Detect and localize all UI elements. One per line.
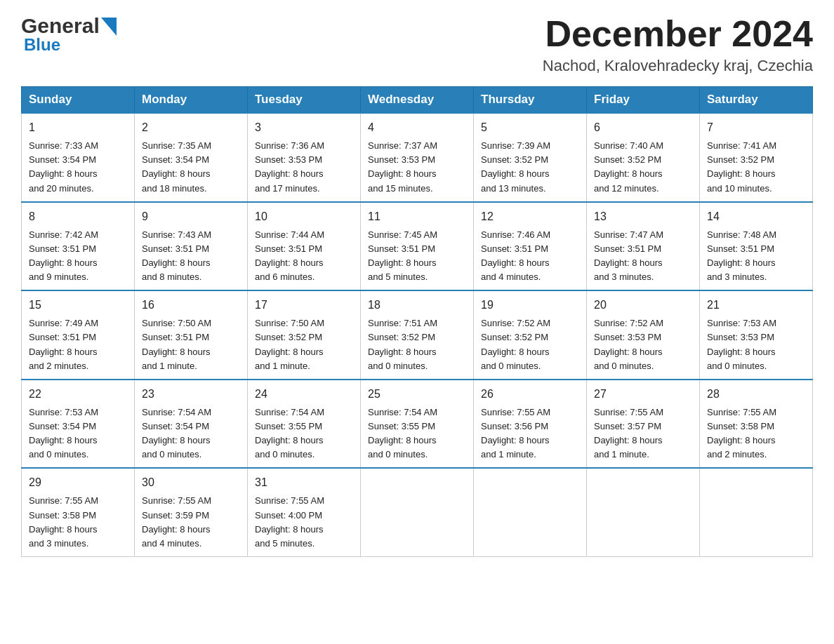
- day-info: Sunrise: 7:50 AMSunset: 3:51 PMDaylight:…: [142, 316, 240, 373]
- day-number: 4: [368, 119, 466, 136]
- table-row: 21Sunrise: 7:53 AMSunset: 3:53 PMDayligh…: [700, 290, 813, 380]
- table-row: 9Sunrise: 7:43 AMSunset: 3:51 PMDaylight…: [135, 202, 248, 291]
- day-number: 25: [368, 386, 466, 403]
- day-number: 24: [255, 386, 353, 403]
- day-number: 12: [481, 208, 579, 225]
- logo-general-text: General: [21, 14, 100, 38]
- day-info: Sunrise: 7:41 AMSunset: 3:52 PMDaylight:…: [707, 139, 805, 196]
- day-info: Sunrise: 7:54 AMSunset: 3:54 PMDaylight:…: [142, 405, 240, 462]
- logo-blue-text: Blue: [24, 35, 60, 55]
- calendar-table: Sunday Monday Tuesday Wednesday Thursday…: [21, 86, 813, 557]
- header-monday: Monday: [135, 87, 248, 114]
- table-row: 16Sunrise: 7:50 AMSunset: 3:51 PMDayligh…: [135, 290, 248, 380]
- day-number: 8: [29, 208, 127, 225]
- table-row: 2Sunrise: 7:35 AMSunset: 3:54 PMDaylight…: [135, 113, 248, 202]
- day-info: Sunrise: 7:40 AMSunset: 3:52 PMDaylight:…: [594, 139, 692, 196]
- day-info: Sunrise: 7:55 AMSunset: 3:58 PMDaylight:…: [29, 494, 127, 551]
- table-row: [361, 468, 474, 556]
- day-number: 27: [594, 386, 692, 403]
- day-number: 11: [368, 208, 466, 225]
- table-row: 5Sunrise: 7:39 AMSunset: 3:52 PMDaylight…: [474, 113, 587, 202]
- table-row: 1Sunrise: 7:33 AMSunset: 3:54 PMDaylight…: [22, 113, 135, 202]
- logo: General Blue: [21, 14, 117, 55]
- day-number: 23: [142, 386, 240, 403]
- day-info: Sunrise: 7:54 AMSunset: 3:55 PMDaylight:…: [368, 405, 466, 462]
- day-number: 16: [142, 297, 240, 314]
- header-sunday: Sunday: [22, 87, 135, 114]
- day-info: Sunrise: 7:35 AMSunset: 3:54 PMDaylight:…: [142, 139, 240, 196]
- day-info: Sunrise: 7:45 AMSunset: 3:51 PMDaylight:…: [368, 228, 466, 285]
- day-number: 28: [707, 386, 805, 403]
- day-info: Sunrise: 7:50 AMSunset: 3:52 PMDaylight:…: [255, 316, 353, 373]
- table-row: 6Sunrise: 7:40 AMSunset: 3:52 PMDaylight…: [587, 113, 700, 202]
- day-number: 20: [594, 297, 692, 314]
- day-number: 7: [707, 119, 805, 136]
- table-row: 11Sunrise: 7:45 AMSunset: 3:51 PMDayligh…: [361, 202, 474, 291]
- table-row: 17Sunrise: 7:50 AMSunset: 3:52 PMDayligh…: [248, 290, 361, 380]
- day-number: 5: [481, 119, 579, 136]
- table-row: 29Sunrise: 7:55 AMSunset: 3:58 PMDayligh…: [22, 468, 135, 556]
- day-info: Sunrise: 7:52 AMSunset: 3:52 PMDaylight:…: [481, 316, 579, 373]
- calendar-week-row: 8Sunrise: 7:42 AMSunset: 3:51 PMDaylight…: [22, 202, 813, 291]
- day-info: Sunrise: 7:46 AMSunset: 3:51 PMDaylight:…: [481, 228, 579, 285]
- day-number: 30: [142, 474, 240, 491]
- calendar-body: 1Sunrise: 7:33 AMSunset: 3:54 PMDaylight…: [22, 113, 813, 556]
- table-row: 15Sunrise: 7:49 AMSunset: 3:51 PMDayligh…: [22, 290, 135, 380]
- day-info: Sunrise: 7:43 AMSunset: 3:51 PMDaylight:…: [142, 228, 240, 285]
- logo-arrow-icon: [101, 18, 117, 36]
- table-row: 14Sunrise: 7:48 AMSunset: 3:51 PMDayligh…: [700, 202, 813, 291]
- day-number: 10: [255, 208, 353, 225]
- svg-marker-0: [101, 18, 117, 36]
- day-number: 21: [707, 297, 805, 314]
- title-block: December 2024 Nachod, Kralovehradecky kr…: [543, 14, 813, 75]
- day-info: Sunrise: 7:55 AMSunset: 3:59 PMDaylight:…: [142, 494, 240, 551]
- day-number: 13: [594, 208, 692, 225]
- day-info: Sunrise: 7:55 AMSunset: 3:57 PMDaylight:…: [594, 405, 692, 462]
- table-row: 25Sunrise: 7:54 AMSunset: 3:55 PMDayligh…: [361, 380, 474, 469]
- table-row: 13Sunrise: 7:47 AMSunset: 3:51 PMDayligh…: [587, 202, 700, 291]
- table-row: 28Sunrise: 7:55 AMSunset: 3:58 PMDayligh…: [700, 380, 813, 469]
- table-row: 27Sunrise: 7:55 AMSunset: 3:57 PMDayligh…: [587, 380, 700, 469]
- calendar-week-row: 1Sunrise: 7:33 AMSunset: 3:54 PMDaylight…: [22, 113, 813, 202]
- header-wednesday: Wednesday: [361, 87, 474, 114]
- table-row: 12Sunrise: 7:46 AMSunset: 3:51 PMDayligh…: [474, 202, 587, 291]
- table-row: 8Sunrise: 7:42 AMSunset: 3:51 PMDaylight…: [22, 202, 135, 291]
- table-row: 23Sunrise: 7:54 AMSunset: 3:54 PMDayligh…: [135, 380, 248, 469]
- day-info: Sunrise: 7:51 AMSunset: 3:52 PMDaylight:…: [368, 316, 466, 373]
- day-info: Sunrise: 7:54 AMSunset: 3:55 PMDaylight:…: [255, 405, 353, 462]
- table-row: 20Sunrise: 7:52 AMSunset: 3:53 PMDayligh…: [587, 290, 700, 380]
- day-number: 22: [29, 386, 127, 403]
- day-info: Sunrise: 7:55 AMSunset: 3:58 PMDaylight:…: [707, 405, 805, 462]
- table-row: [700, 468, 813, 556]
- calendar-week-row: 22Sunrise: 7:53 AMSunset: 3:54 PMDayligh…: [22, 380, 813, 469]
- header-saturday: Saturday: [700, 87, 813, 114]
- day-info: Sunrise: 7:53 AMSunset: 3:53 PMDaylight:…: [707, 316, 805, 373]
- table-row: 22Sunrise: 7:53 AMSunset: 3:54 PMDayligh…: [22, 380, 135, 469]
- table-row: 3Sunrise: 7:36 AMSunset: 3:53 PMDaylight…: [248, 113, 361, 202]
- day-number: 14: [707, 208, 805, 225]
- day-number: 29: [29, 474, 127, 491]
- table-row: [474, 468, 587, 556]
- table-row: 7Sunrise: 7:41 AMSunset: 3:52 PMDaylight…: [700, 113, 813, 202]
- day-info: Sunrise: 7:52 AMSunset: 3:53 PMDaylight:…: [594, 316, 692, 373]
- day-info: Sunrise: 7:55 AMSunset: 4:00 PMDaylight:…: [255, 494, 353, 551]
- day-info: Sunrise: 7:42 AMSunset: 3:51 PMDaylight:…: [29, 228, 127, 285]
- calendar-header: Sunday Monday Tuesday Wednesday Thursday…: [22, 87, 813, 114]
- day-info: Sunrise: 7:37 AMSunset: 3:53 PMDaylight:…: [368, 139, 466, 196]
- day-info: Sunrise: 7:53 AMSunset: 3:54 PMDaylight:…: [29, 405, 127, 462]
- day-number: 17: [255, 297, 353, 314]
- page-header: General Blue December 2024 Nachod, Kralo…: [21, 14, 813, 75]
- table-row: 10Sunrise: 7:44 AMSunset: 3:51 PMDayligh…: [248, 202, 361, 291]
- day-number: 15: [29, 297, 127, 314]
- weekday-header-row: Sunday Monday Tuesday Wednesday Thursday…: [22, 87, 813, 114]
- day-number: 19: [481, 297, 579, 314]
- day-number: 1: [29, 119, 127, 136]
- header-tuesday: Tuesday: [248, 87, 361, 114]
- table-row: 26Sunrise: 7:55 AMSunset: 3:56 PMDayligh…: [474, 380, 587, 469]
- day-number: 3: [255, 119, 353, 136]
- day-number: 9: [142, 208, 240, 225]
- header-friday: Friday: [587, 87, 700, 114]
- header-thursday: Thursday: [474, 87, 587, 114]
- table-row: 4Sunrise: 7:37 AMSunset: 3:53 PMDaylight…: [361, 113, 474, 202]
- day-number: 31: [255, 474, 353, 491]
